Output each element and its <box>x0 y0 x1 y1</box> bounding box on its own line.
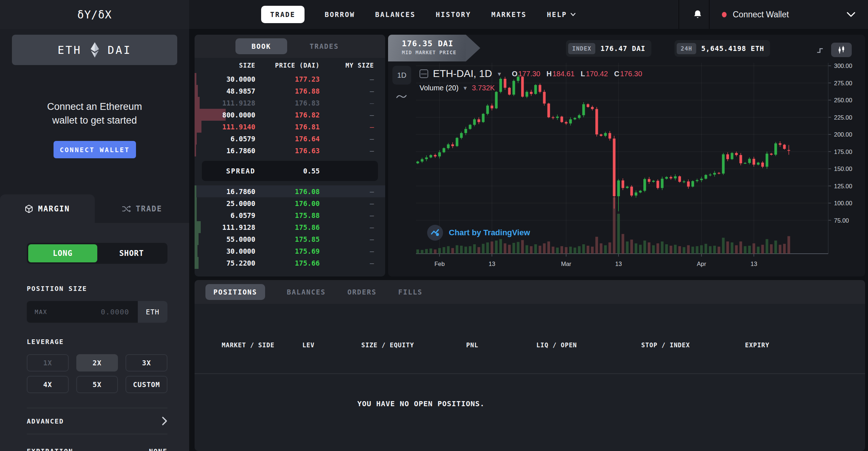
wallet-label: Connect Wallet <box>733 10 789 20</box>
order-book-ask-row[interactable]: 111.9128176.83– <box>195 97 385 109</box>
order-book-ask-row[interactable]: 6.0579176.64– <box>195 133 385 145</box>
dydx-logo[interactable]: δY/δX <box>77 8 112 21</box>
leverage-1x-button[interactable]: 1X <box>27 354 69 371</box>
order-book-bid-row[interactable]: 30.0000175.69– <box>195 245 385 257</box>
svg-text:250.00: 250.00 <box>834 97 852 103</box>
order-my-size: – <box>320 211 374 219</box>
spread-value: 0.55 <box>255 167 320 175</box>
chevron-down-icon[interactable] <box>846 12 856 17</box>
order-book-columns: SIZE PRICE (DAI) MY SIZE <box>195 58 385 73</box>
positions-column-header: PNL <box>466 342 478 349</box>
nav-item-borrow[interactable]: BORROW <box>325 10 355 18</box>
divider <box>27 434 167 434</box>
leverage-3x-button[interactable]: 3X <box>125 354 167 371</box>
margin-order-form: LONG SHORT POSITION SIZE MAX 0.0000 ETH … <box>0 223 189 451</box>
chevron-down-icon[interactable]: ▼ <box>497 71 502 77</box>
order-book-bid-row[interactable]: 6.0579175.88– <box>195 209 385 221</box>
order-book-ask-row[interactable]: 30.0000177.23– <box>195 73 385 85</box>
nav-item-trade[interactable]: TRADE <box>261 6 305 23</box>
leverage-buttons: 1X2X3X4X5XCUSTOM <box>27 354 167 393</box>
order-my-size: – <box>320 259 374 267</box>
chart-symbol[interactable]: ETH-DAI, 1D <box>433 68 492 80</box>
order-my-size: – <box>320 223 374 231</box>
volume-24h-chip: 24H 5,645.4198 ETH <box>675 40 770 57</box>
order-book-bid-row[interactable]: 55.0000175.85– <box>195 233 385 245</box>
positions-column-header: SIZE / EQUITY <box>361 342 414 349</box>
top-nav: δY/δX TRADEBORROWBALANCESHISTORYMARKETSH… <box>0 0 868 29</box>
order-size: 25.0000 <box>195 199 255 207</box>
candle-chart-toggle[interactable] <box>831 43 852 57</box>
empty-positions-message: YOU HAVE NO OPEN POSITIONS. <box>357 399 485 408</box>
tab-book[interactable]: BOOK <box>235 38 287 54</box>
connect-wallet-menu[interactable]: Connect Wallet <box>722 0 789 29</box>
smooth-line-icon[interactable] <box>396 93 407 100</box>
order-my-size: – <box>320 87 374 95</box>
order-price: 177.23 <box>255 75 320 83</box>
tab-trades[interactable]: TRADES <box>310 42 339 50</box>
long-button[interactable]: LONG <box>28 244 97 262</box>
order-my-size: – <box>320 99 374 107</box>
nav-item-label: BALANCES <box>375 10 416 18</box>
nav-item-history[interactable]: HISTORY <box>436 10 471 18</box>
tab-fills[interactable]: FILLS <box>398 288 422 296</box>
leverage-custom-button[interactable]: CUSTOM <box>125 376 167 393</box>
order-book-ask-row[interactable]: 111.9140176.81– <box>195 121 385 133</box>
chart-panel: 176.35 DAI MID MARKET PRICE INDEX 176.47… <box>388 35 865 276</box>
nav-item-markets[interactable]: MARKETS <box>491 10 527 18</box>
order-my-size: – <box>320 247 374 255</box>
order-book-bid-row[interactable]: 111.9128175.86– <box>195 221 385 233</box>
tab-positions[interactable]: POSITIONS <box>205 284 265 300</box>
chart-legend: — ETH-DAI, 1D ▼ O177.30H184.61L170.42C17… <box>420 68 642 80</box>
svg-text:13: 13 <box>615 261 622 267</box>
price-chart[interactable]: 300.00275.00250.00225.00200.00175.00150.… <box>388 61 865 276</box>
leverage-4x-button[interactable]: 4X <box>27 376 69 393</box>
svg-text:225.00: 225.00 <box>834 114 852 121</box>
interval-button[interactable]: 1D <box>392 66 411 85</box>
order-size: 16.7860 <box>195 147 255 155</box>
order-my-size: – <box>320 235 374 243</box>
tab-margin[interactable]: MARGIN <box>0 194 95 223</box>
connect-wallet-button[interactable]: CONNECT WALLET <box>54 141 136 158</box>
ohlc-c: C176.30 <box>614 70 642 78</box>
tab-trade[interactable]: TRADE <box>95 194 190 223</box>
leverage-5x-button[interactable]: 5X <box>76 376 118 393</box>
order-book-panel: BOOK TRADES SIZE PRICE (DAI) MY SIZE 30.… <box>195 35 385 276</box>
nav-item-label: TRADE <box>270 10 295 18</box>
leverage-2x-button[interactable]: 2X <box>76 354 118 371</box>
ohlc-l: L170.42 <box>581 70 608 78</box>
order-book-ask-row[interactable]: 800.0000176.82– <box>195 109 385 121</box>
order-size: 800.0000 <box>195 111 255 119</box>
position-size-input[interactable]: MAX 0.0000 ETH <box>27 301 167 323</box>
order-book-ask-row[interactable]: 16.7860176.63– <box>195 145 385 156</box>
chevron-down-icon[interactable]: ▼ <box>463 85 468 91</box>
nav-item-help[interactable]: HELP <box>547 10 576 18</box>
mid-market-caption: MID MARKET PRICE <box>402 50 466 55</box>
depth-chart-toggle-icon[interactable] <box>816 46 825 55</box>
market-pair-selector[interactable]: ETH DAI <box>12 35 177 65</box>
volume-study-label[interactable]: Volume (20) <box>420 84 459 92</box>
max-button[interactable]: MAX <box>27 309 47 315</box>
order-size: 6.0579 <box>195 135 255 143</box>
collapse-legend-icon[interactable]: — <box>420 69 428 78</box>
advanced-row[interactable]: ADVANCED <box>27 408 167 434</box>
mid-market-badge: 176.35 DAI MID MARKET PRICE <box>388 35 466 61</box>
expiration-row[interactable]: EXPIRATION NONE <box>27 447 167 451</box>
order-book-bid-row[interactable]: 75.2200175.66– <box>195 257 385 269</box>
tab-balances[interactable]: BALANCES <box>287 288 326 296</box>
positions-tabs: POSITIONSBALANCESORDERSFILLS <box>195 280 865 304</box>
notifications-button[interactable] <box>686 0 710 29</box>
order-book-bid-row[interactable]: 25.0000176.00– <box>195 197 385 209</box>
sidebar: ETH DAI Connect an Ethereum wallet to ge… <box>0 29 189 451</box>
nav-item-label: HISTORY <box>436 10 471 18</box>
position-size-value: 0.0000 <box>47 308 138 316</box>
expiration-label: EXPIRATION <box>27 447 73 451</box>
order-book-ask-row[interactable]: 48.9857176.88– <box>195 85 385 97</box>
position-size-label: POSITION SIZE <box>27 285 167 292</box>
short-button[interactable]: SHORT <box>97 244 166 262</box>
order-book-bid-row[interactable]: 16.7860176.08– <box>195 185 385 197</box>
tradingview-attribution[interactable]: Chart by TradingView <box>427 225 530 241</box>
nav-item-balances[interactable]: BALANCES <box>375 10 416 18</box>
order-price: 176.83 <box>255 99 320 107</box>
tab-orders[interactable]: ORDERS <box>347 288 376 296</box>
candlestick-chart: 300.00275.00250.00225.00200.00175.00150.… <box>388 61 865 276</box>
